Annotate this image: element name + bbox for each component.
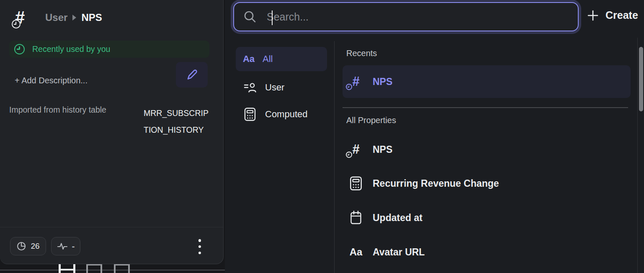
number-history-icon: # [15,6,37,29]
trend-button[interactable]: - [51,237,80,255]
trend-value: - [72,241,75,251]
clock-icon [346,152,352,158]
result-row-avatar-url[interactable]: Aa Avatar URL [343,236,631,268]
result-row-nps-recent[interactable]: # NPS [343,65,631,98]
result-label: NPS [373,76,392,88]
panel-divider [0,227,223,227]
text-format-icon: Aa [348,246,363,258]
result-row-updated-at[interactable]: Updated at [343,201,631,234]
clock-icon [12,20,21,28]
clock-icon [14,44,25,54]
number-history-icon: # [348,142,363,157]
add-description-button[interactable]: + Add Description... [15,76,88,85]
background-table-cell-border [59,269,75,270]
section-title-recents: Recents [346,49,377,58]
category-tab-all[interactable]: Aa All [236,47,327,71]
result-row-nps[interactable]: # NPS [343,133,631,166]
result-label: Updated at [373,212,422,224]
section-title-all-properties: All Properties [346,116,396,125]
result-label: Recurring Revenue Change [373,178,499,189]
scrollbar-track-border [637,38,638,273]
distinct-values-count: 26 [31,242,39,251]
property-detail-panel: # User NPS Recently used by you + Add De… [0,0,224,264]
category-tab-user[interactable]: User [236,75,327,100]
app-screen: # User NPS Recently used by you + Add De… [0,0,644,273]
pie-chart-icon [16,241,26,251]
edit-description-button[interactable] [176,62,208,88]
background-table-cell-border [114,264,130,265]
section-divider [343,107,628,108]
plus-icon [587,10,599,21]
background-table-gridline [0,270,225,270]
breadcrumb-parent[interactable]: User [45,12,67,23]
pencil-icon [185,68,199,82]
create-button-label: Create [605,9,638,21]
user-list-icon [242,82,258,93]
chevron-right-icon [72,15,76,21]
kebab-dot [198,245,201,248]
kebab-dot [198,252,201,255]
distinct-values-count-button[interactable]: 26 [10,237,46,255]
kebab-dot [198,239,201,242]
recently-used-label: Recently used by you [32,44,110,54]
search-input[interactable] [257,11,578,23]
category-tab-computed[interactable]: Computed [236,102,327,126]
recently-used-badge: Recently used by you [9,41,209,58]
background-table-cell-border [86,264,102,265]
text-format-icon: Aa [242,54,255,64]
property-search-modal: Create Aa All User [225,0,644,273]
imported-from-label: Imported from history table [9,105,106,115]
imported-table-value: MRR_SUBSCRIPTION_HISTORY [144,105,210,138]
calculator-icon [242,107,258,121]
result-label: NPS [373,144,392,155]
background-table-cell-border [59,264,61,273]
calendar-icon [348,211,363,225]
scrollbar-thumb[interactable] [639,47,643,111]
breadcrumb: User NPS [45,12,102,23]
result-label: Avatar URL [373,247,425,258]
search-box[interactable] [233,2,579,31]
create-button[interactable]: Create [587,9,638,21]
result-row-recurring-revenue-change[interactable]: Recurring Revenue Change [343,167,631,200]
category-label: Computed [265,109,308,120]
breadcrumb-current: NPS [81,12,102,23]
category-label: User [265,82,284,93]
number-history-icon: # [348,74,363,89]
column-divider [334,41,335,273]
text-cursor [272,10,273,25]
clock-icon [346,84,352,90]
category-label: All [263,54,273,64]
background-table-cell-border [73,264,75,273]
more-options-button[interactable] [196,238,203,255]
activity-pulse-icon [57,242,68,251]
search-icon [243,10,257,23]
calculator-icon [348,176,363,191]
